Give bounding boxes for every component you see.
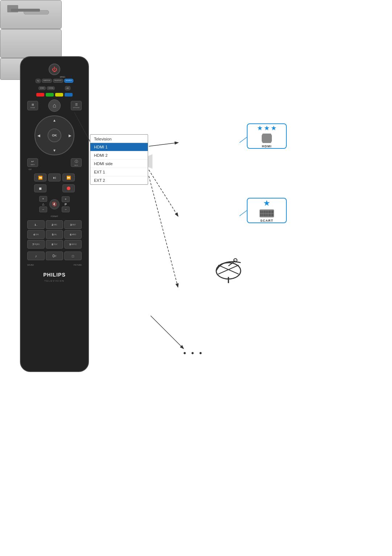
source-item-hdmiside[interactable]: HDMI side — [90, 160, 148, 168]
brand-name: PHILIPS — [43, 272, 65, 278]
dpad-right[interactable]: ▶ — [69, 134, 72, 138]
hdmi-star-3: ★ — [271, 124, 277, 132]
dpad-down[interactable]: ▼ — [53, 148, 56, 152]
scart-device — [0, 29, 62, 58]
teletext-button[interactable]: TELETEXT — [53, 79, 63, 83]
scart-badge: ★ SCART — [247, 198, 287, 223]
picture-label: PICTURE — [74, 264, 82, 266]
rewind-button[interactable]: ⏪ — [34, 173, 46, 181]
num-7[interactable]: 7PQRS — [27, 240, 45, 249]
satellite-dish — [214, 250, 247, 283]
mheg-label: MHEG — [60, 76, 65, 78]
channel-down[interactable]: − — [62, 207, 70, 212]
numpad: 1_ 2ABC 3DEF 4GHI 5JKL 6MNO 7PQRS 8TUV 9… — [24, 220, 85, 249]
svg-line-7 — [149, 143, 178, 146]
bottom-row: ♪ 0@ □ — [24, 252, 85, 260]
hdmi-stars: ★ ★ ★ — [257, 124, 277, 132]
source-button[interactable]: SOURCE — [64, 79, 73, 83]
more-dots: • • • — [183, 348, 203, 358]
ad-button[interactable]: AD — [65, 86, 70, 90]
source-menu: Television HDMI 1 HDMI 2 HDMI side EXT 1… — [90, 134, 148, 185]
num-1[interactable]: 1_ — [27, 220, 45, 229]
source-item-ext1[interactable]: EXT 1 — [90, 168, 148, 176]
power-button[interactable] — [49, 64, 60, 75]
num-0[interactable]: 0@ — [46, 252, 63, 260]
num-3[interactable]: 3DEF — [64, 220, 82, 229]
scart-label: SCART — [260, 219, 273, 222]
dpad: ▲ ▼ ◀ ▶ OK — [34, 115, 74, 155]
svg-line-11 — [151, 316, 183, 348]
format-label: FORMAT — [51, 215, 58, 217]
scart-connector — [260, 209, 274, 217]
back-button[interactable]: ↩ BACK — [27, 158, 38, 167]
home-button[interactable]: ⌂ — [48, 99, 61, 112]
num-8[interactable]: 8TUV — [46, 240, 63, 249]
source-menu-title: Television — [90, 135, 148, 143]
source-item-hdmi1[interactable]: HDMI 1 — [90, 143, 148, 151]
source-item-hdmi2[interactable]: HDMI 2 — [90, 151, 148, 160]
demo-button[interactable]: DEMO — [38, 86, 46, 90]
guide-button[interactable]: ⊞ GUIDE — [27, 101, 38, 110]
volume-control: + △ − — [39, 196, 47, 212]
yellow-button[interactable] — [55, 93, 63, 97]
home-row: ⊞ GUIDE ⌂ ☰ OPTIONS — [24, 99, 85, 112]
svg-point-0 — [216, 263, 241, 279]
record-dot — [67, 187, 70, 190]
stop-button[interactable]: ⏹ — [34, 184, 46, 192]
volume-up[interactable]: + — [39, 196, 47, 202]
source-item-ext2[interactable]: EXT 2 — [90, 176, 148, 184]
hdmi-star-2: ★ — [264, 124, 270, 132]
sound-button[interactable]: ♪ — [27, 252, 45, 260]
volume-down[interactable]: − — [39, 207, 47, 212]
scart-star: ★ — [263, 199, 270, 208]
record-button[interactable] — [62, 184, 75, 192]
bottom-label-row: SOUND PICTURE — [24, 264, 85, 266]
scena-button[interactable]: SCENA — [47, 86, 55, 90]
num-9[interactable]: 9WXYZ — [64, 240, 82, 249]
brand-subtitle: TELEVISION — [44, 280, 64, 282]
pip-label: P/P — [24, 168, 85, 171]
dpad-left[interactable]: ◀ — [37, 134, 40, 138]
options-button[interactable]: ☰ OPTIONS — [71, 101, 82, 110]
playpause-button[interactable]: ⏯ — [48, 173, 61, 181]
green-button[interactable] — [46, 93, 54, 97]
vol-chan-row: + △ − 🔇 + P − — [39, 196, 70, 212]
info-button[interactable]: ⓘ INFO — [71, 158, 82, 167]
svg-line-10 — [149, 176, 178, 287]
channel-up[interactable]: + — [62, 196, 70, 202]
picture-button[interactable]: □ — [64, 252, 82, 260]
mute-button[interactable]: 🔇 — [49, 199, 60, 209]
color-buttons — [36, 93, 73, 97]
hdmi-label: HDMI — [262, 144, 272, 148]
sound-label: SOUND — [27, 264, 34, 266]
fastforward-button[interactable]: ⏩ — [62, 173, 75, 181]
hdmi-badge: ★ ★ ★ HDMI — [247, 123, 287, 149]
svg-line-12 — [240, 137, 247, 143]
dpad-up[interactable]: ▲ — [53, 118, 56, 122]
hdmi-device — [0, 0, 62, 29]
hdmi-connector — [262, 134, 272, 143]
ok-button[interactable]: OK — [48, 128, 61, 142]
num-4[interactable]: 4GHI — [27, 230, 45, 239]
num-2[interactable]: 2ABC — [46, 220, 63, 229]
subtitle-button[interactable]: SUBTITLE — [42, 79, 52, 83]
tv-button[interactable]: TV — [36, 79, 41, 83]
hdmi-star-1: ★ — [257, 124, 263, 132]
media-row2: ⏹ — [34, 184, 75, 192]
p-label: P — [65, 203, 67, 206]
sat-slot — [11, 9, 40, 12]
top-function-buttons: MHEG TV SUBTITLE TELETEXT SOURCE — [36, 79, 73, 83]
num-5[interactable]: 5JKL — [46, 230, 63, 239]
remote-control: MHEG TV SUBTITLE TELETEXT SOURCE DEMO SC… — [20, 56, 89, 372]
blue-button[interactable] — [65, 93, 73, 97]
num-6[interactable]: 6MNO — [64, 230, 82, 239]
back-info-row: ↩ BACK ⓘ INFO — [24, 158, 85, 167]
media-row: ⏪ ⏯ ⏩ — [34, 173, 75, 181]
svg-line-13 — [240, 210, 247, 216]
svg-line-9 — [149, 170, 178, 216]
red-button[interactable] — [36, 93, 44, 97]
